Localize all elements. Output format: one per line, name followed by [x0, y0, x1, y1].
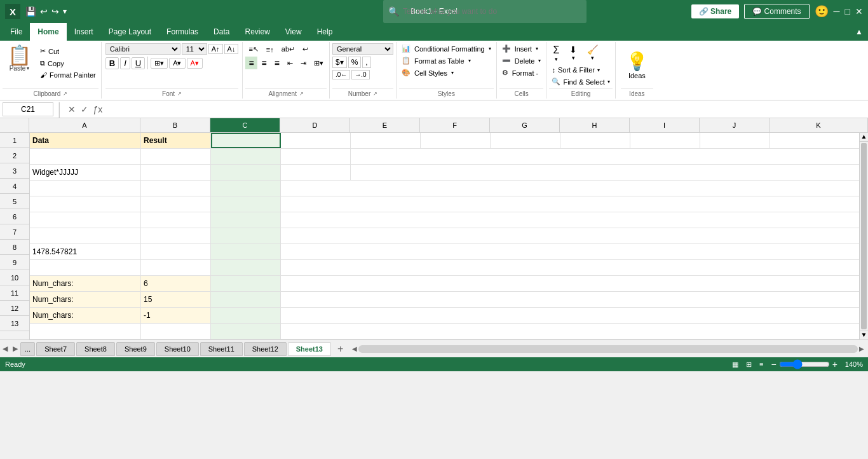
col-header-G[interactable]: G	[490, 118, 560, 132]
col-header-K[interactable]: K	[770, 118, 868, 132]
cell-C4[interactable]	[211, 181, 281, 196]
cell-B12[interactable]: -1	[141, 308, 211, 323]
delete-cells-btn[interactable]: ➖ Delete ▾	[499, 55, 544, 66]
cell-styles-btn[interactable]: 🎨 Cell Styles ▾	[399, 67, 494, 78]
minimize-button[interactable]: ─	[834, 6, 840, 17]
font-family-select[interactable]: Calibri	[105, 43, 180, 55]
tab-data[interactable]: Data	[206, 23, 237, 41]
row-header-3[interactable]: 3	[0, 163, 29, 179]
cell-A2[interactable]	[30, 149, 141, 164]
tab-view[interactable]: View	[278, 23, 309, 41]
normal-view-btn[interactable]: ▦	[732, 360, 738, 369]
cell-C12[interactable]	[211, 308, 281, 323]
tab-formulas[interactable]: Formulas	[159, 23, 206, 41]
col-header-C[interactable]: C	[210, 118, 280, 132]
zoom-out-btn[interactable]: −	[771, 359, 776, 369]
tab-review[interactable]: Review	[237, 23, 277, 41]
align-top-center-btn[interactable]: ≡↑	[263, 43, 277, 55]
formula-input[interactable]	[106, 105, 865, 114]
percent-btn[interactable]: %	[348, 57, 362, 68]
search-input[interactable]	[403, 7, 581, 16]
ribbon-collapse-btn[interactable]: ▲	[850, 23, 868, 41]
save-quick-btn[interactable]: 💾	[25, 6, 36, 17]
cell-A4[interactable]	[30, 181, 141, 196]
format-cells-btn[interactable]: ⚙ Format -	[499, 67, 544, 78]
add-sheet-btn[interactable]: +	[332, 341, 348, 357]
find-select-btn[interactable]: 🔍 Find & Select ▾	[549, 76, 612, 87]
redo-quick-btn[interactable]: ↪	[51, 6, 59, 17]
increase-decimal-btn[interactable]: →.0	[351, 70, 369, 79]
increase-font-btn[interactable]: A↑	[208, 44, 223, 54]
row-header-11[interactable]: 11	[0, 285, 29, 301]
cell-B8[interactable]	[141, 244, 211, 259]
cell-I1[interactable]	[630, 133, 700, 148]
font-color-button[interactable]: A▾	[187, 58, 203, 69]
maximize-button[interactable]: □	[845, 6, 850, 17]
row-header-12[interactable]: 12	[0, 301, 29, 316]
horiz-scroll-bar[interactable]	[358, 345, 858, 353]
bold-button[interactable]: B	[105, 57, 119, 69]
col-header-F[interactable]: F	[420, 118, 490, 132]
cell-C10[interactable]	[211, 276, 281, 291]
undo-quick-btn[interactable]: ↩	[40, 6, 48, 17]
scroll-thumb[interactable]	[861, 143, 867, 329]
cell-B10[interactable]: 6	[141, 276, 211, 291]
col-header-J[interactable]: J	[700, 118, 770, 132]
number-expand-icon[interactable]: ↗	[373, 91, 377, 97]
tab-insert[interactable]: Insert	[67, 23, 101, 41]
tab-home[interactable]: Home	[30, 23, 66, 41]
row-header-5[interactable]: 5	[0, 194, 29, 209]
align-center-btn[interactable]: ≡	[259, 57, 270, 69]
cell-C2[interactable]	[211, 149, 281, 164]
col-header-B[interactable]: B	[140, 118, 210, 132]
prev-sheet-btn[interactable]: ◀	[0, 342, 10, 355]
comments-button[interactable]: 💬 Comments	[744, 4, 809, 19]
insert-function-icon[interactable]: ƒx	[92, 104, 104, 114]
merge-center-btn[interactable]: ⊞▾	[311, 57, 327, 69]
sheet-tab-12[interactable]: Sheet12	[244, 342, 287, 356]
cell-H1[interactable]	[560, 133, 630, 148]
align-right-btn[interactable]: ≡	[271, 57, 283, 69]
decrease-indent-btn[interactable]: ⇤	[284, 57, 296, 69]
zoom-slider[interactable]	[779, 359, 830, 369]
increase-indent-btn[interactable]: ⇥	[297, 57, 309, 69]
page-break-view-btn[interactable]: ≡	[759, 360, 763, 368]
cell-reference-input[interactable]	[3, 102, 53, 116]
format-painter-button[interactable]: 🖌 Format Painter	[37, 70, 98, 80]
clear-btn[interactable]: 🧹 ▾	[583, 43, 602, 64]
cell-A12[interactable]: Num_chars:	[30, 308, 141, 323]
conditional-formatting-btn[interactable]: 📊 Conditional Formatting ▾	[399, 43, 494, 54]
cell-C7[interactable]	[211, 228, 281, 243]
row-header-7[interactable]: 7	[0, 224, 29, 240]
cell-B1[interactable]: Result	[141, 133, 211, 148]
row-header-8[interactable]: 8	[0, 240, 29, 255]
scroll-down-btn[interactable]: ▼	[860, 331, 868, 339]
wrap-text-btn[interactable]: ↩	[299, 43, 311, 55]
sheet-tab-8[interactable]: Sheet8	[76, 342, 115, 356]
cell-C1[interactable]	[211, 133, 281, 148]
cell-C8[interactable]	[211, 244, 281, 259]
row-header-13[interactable]: 13	[0, 316, 29, 331]
number-format-select[interactable]: General	[332, 43, 393, 55]
tab-help[interactable]: Help	[309, 23, 341, 41]
insert-cells-btn[interactable]: ➕ Insert ▾	[499, 43, 544, 54]
sort-filter-btn[interactable]: ↕ Sort & Filter ▾	[549, 65, 612, 75]
cell-A1[interactable]: Data	[30, 133, 141, 148]
cell-A3[interactable]: Widget*JJJJJ	[30, 165, 141, 180]
cell-C9[interactable]	[211, 260, 281, 275]
font-size-select[interactable]: 11	[182, 43, 207, 55]
currency-btn[interactable]: $▾	[332, 57, 347, 68]
horiz-scroll-right[interactable]: ▶	[858, 344, 865, 353]
cancel-formula-icon[interactable]: ✕	[67, 104, 77, 114]
font-expand-icon[interactable]: ↗	[177, 91, 182, 97]
fill-color-button[interactable]: A▾	[169, 58, 185, 69]
cell-D2[interactable]	[281, 149, 351, 164]
clipboard-expand-icon[interactable]: ↗	[63, 91, 67, 97]
cell-A11[interactable]: Num_chars:	[30, 292, 141, 307]
autosum-btn[interactable]: Σ ▾	[549, 43, 563, 64]
zoom-in-btn[interactable]: +	[832, 359, 837, 369]
decrease-font-btn[interactable]: A↓	[224, 44, 239, 54]
col-header-A[interactable]: A	[29, 118, 140, 132]
cell-E1[interactable]	[351, 133, 421, 148]
tab-file[interactable]: File	[3, 23, 30, 41]
